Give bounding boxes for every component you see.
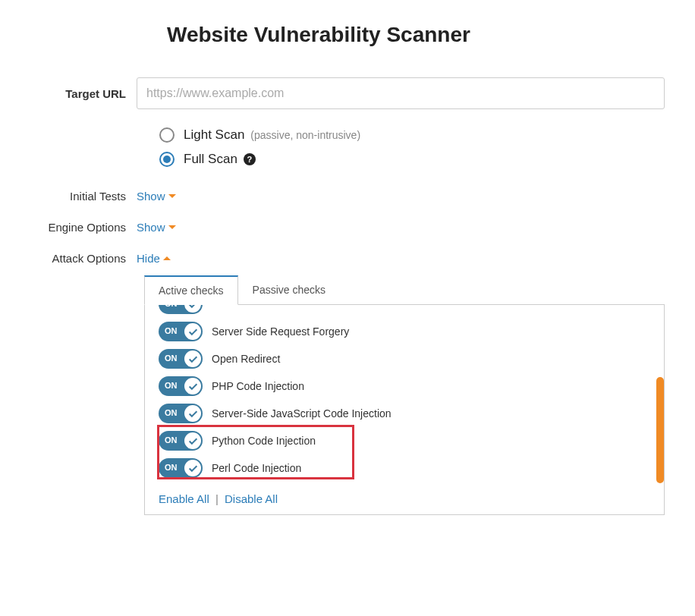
- full-scan-radio[interactable]: Full Scan ?: [159, 152, 665, 167]
- check-row: ON Open Redirect: [159, 349, 650, 369]
- target-url-row: Target URL: [30, 77, 665, 109]
- initial-tests-label: Initial Tests: [30, 190, 137, 203]
- light-scan-hint: (passive, non-intrusive): [250, 129, 360, 141]
- light-scan-label: Light Scan: [184, 127, 244, 143]
- check-row-partial: ON: [159, 305, 650, 314]
- light-scan-radio[interactable]: Light Scan (passive, non-intrusive): [159, 127, 665, 143]
- toggle-on-label: ON: [165, 326, 178, 335]
- check-row: ON Server-Side JavaScript Code Injection: [159, 404, 650, 423]
- engine-options-label: Engine Options: [30, 221, 137, 234]
- toggle-on-label: ON: [165, 408, 178, 417]
- caret-down-icon: [168, 225, 176, 229]
- tab-passive-checks[interactable]: Passive checks: [238, 275, 340, 305]
- toggle-switch[interactable]: ON: [159, 458, 203, 478]
- initial-tests-row: Initial Tests Show: [30, 190, 665, 203]
- toggle-switch[interactable]: ON: [159, 322, 203, 341]
- toggle-on-label: ON: [165, 305, 178, 308]
- toggle-knob: [184, 305, 201, 313]
- tab-active-checks[interactable]: Active checks: [144, 275, 238, 305]
- engine-options-toggle-text: Show: [137, 221, 165, 234]
- toggle-switch[interactable]: ON: [159, 404, 203, 423]
- toggle-knob: [184, 460, 201, 476]
- check-label: Python Code Injection: [212, 435, 316, 447]
- check-label: Open Redirect: [212, 353, 280, 365]
- toggle-knob: [184, 378, 201, 394]
- toggle-on-label: ON: [165, 435, 178, 445]
- initial-tests-toggle[interactable]: Show: [137, 190, 176, 203]
- disable-all-link[interactable]: Disable All: [225, 492, 278, 505]
- check-label: Server-Side JavaScript Code Injection: [212, 407, 392, 420]
- toggle-on-label: ON: [165, 463, 178, 472]
- target-url-input[interactable]: [137, 77, 665, 109]
- toggle-on-label: ON: [165, 354, 178, 363]
- caret-up-icon: [163, 256, 171, 260]
- toggle-knob: [184, 432, 201, 449]
- panel-footer: Enable All | Disable All: [145, 483, 664, 514]
- attack-options-toggle[interactable]: Hide: [137, 252, 171, 265]
- attack-options-panel: Active checks Passive checks ON ON: [144, 275, 665, 515]
- radio-unchecked-icon: [159, 127, 175, 143]
- radio-checked-icon: [159, 152, 175, 167]
- toggle-switch[interactable]: ON: [159, 431, 203, 451]
- enable-all-link[interactable]: Enable All: [159, 492, 209, 505]
- scan-options: Light Scan (passive, non-intrusive) Full…: [159, 127, 665, 167]
- check-icon: [188, 327, 198, 337]
- initial-tests-toggle-text: Show: [137, 190, 165, 203]
- scrollbar-thumb[interactable]: [656, 377, 664, 483]
- full-scan-label: Full Scan: [184, 152, 237, 167]
- check-icon: [188, 354, 198, 364]
- check-icon: [188, 464, 198, 473]
- toggle-switch[interactable]: ON: [159, 349, 203, 369]
- scrollbar[interactable]: [656, 305, 664, 483]
- check-icon: [188, 305, 198, 310]
- toggle-switch[interactable]: ON: [159, 376, 203, 396]
- tab-content: ON ON Server Side Request Forgery: [144, 304, 665, 515]
- toggle-switch[interactable]: ON: [159, 305, 203, 314]
- check-row: ON Perl Code Injection: [159, 458, 650, 478]
- footer-separator: |: [215, 492, 219, 505]
- page-title: Website Vulnerability Scanner: [167, 23, 665, 47]
- checks-list[interactable]: ON ON Server Side Request Forgery: [145, 305, 664, 483]
- toggle-knob: [184, 350, 201, 367]
- toggle-knob: [184, 323, 201, 340]
- check-row: ON PHP Code Injection: [159, 376, 650, 396]
- check-label: Perl Code Injection: [212, 462, 301, 474]
- toggle-knob: [184, 405, 201, 422]
- check-icon: [188, 382, 198, 391]
- check-icon: [188, 436, 198, 446]
- tabs: Active checks Passive checks: [144, 275, 665, 305]
- check-icon: [188, 409, 198, 419]
- attack-options-label: Attack Options: [30, 252, 137, 265]
- check-row: ON Server Side Request Forgery: [159, 322, 650, 341]
- target-url-label: Target URL: [30, 87, 137, 100]
- attack-options-toggle-text: Hide: [137, 252, 160, 265]
- attack-options-row: Attack Options Hide: [30, 252, 665, 265]
- check-label: Server Side Request Forgery: [212, 325, 349, 338]
- toggle-on-label: ON: [165, 381, 178, 390]
- engine-options-toggle[interactable]: Show: [137, 221, 176, 234]
- help-icon[interactable]: ?: [244, 153, 256, 165]
- check-row: ON Python Code Injection: [159, 431, 650, 451]
- caret-down-icon: [168, 194, 176, 198]
- check-label: PHP Code Injection: [212, 380, 304, 392]
- engine-options-row: Engine Options Show: [30, 221, 665, 234]
